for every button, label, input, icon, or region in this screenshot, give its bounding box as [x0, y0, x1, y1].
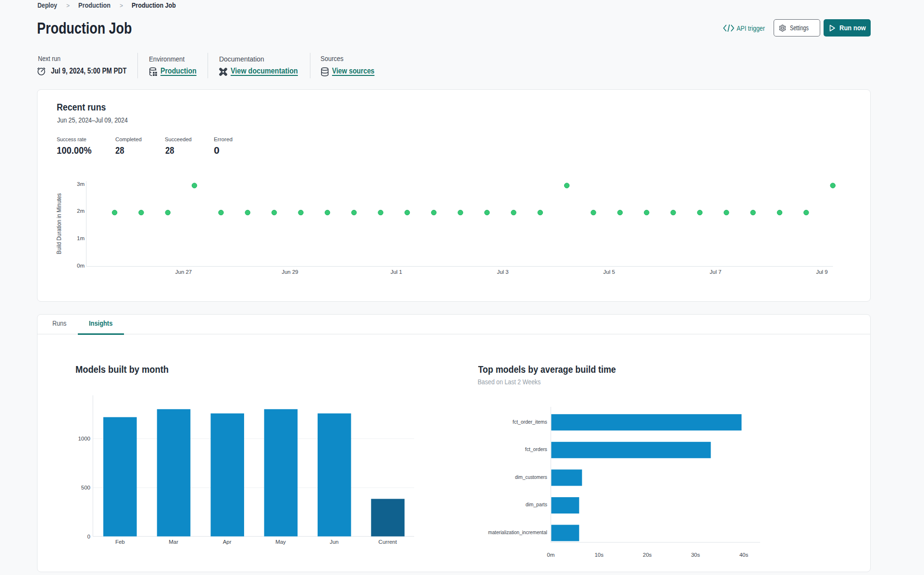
svg-text:500: 500: [81, 485, 90, 490]
svg-text:20s: 20s: [643, 552, 652, 558]
svg-text:30s: 30s: [691, 552, 700, 558]
svg-text:May: May: [275, 539, 286, 545]
svg-text:Feb: Feb: [115, 539, 125, 545]
svg-text:Current: Current: [379, 539, 397, 545]
svg-text:2m: 2m: [77, 208, 85, 214]
svg-text:40s: 40s: [739, 552, 749, 558]
svg-text:Jul 7: Jul 7: [710, 269, 721, 275]
svg-text:Jul 5: Jul 5: [604, 269, 615, 275]
svg-text:1m: 1m: [77, 235, 85, 241]
svg-text:Jul 3: Jul 3: [497, 269, 508, 275]
svg-text:Apr: Apr: [223, 539, 232, 545]
svg-text:Mar: Mar: [169, 539, 178, 545]
svg-text:Jul 9: Jul 9: [816, 269, 827, 275]
svg-text:Jun 27: Jun 27: [175, 269, 192, 275]
svg-text:Jul 1: Jul 1: [391, 269, 402, 275]
svg-text:dim_parts: dim_parts: [526, 502, 547, 507]
svg-text:1000: 1000: [78, 436, 90, 441]
svg-text:Jun: Jun: [330, 539, 339, 545]
svg-text:3m: 3m: [77, 181, 85, 187]
svg-text:Build Duration in Minutes: Build Duration in Minutes: [55, 193, 62, 254]
svg-text:fct_orders: fct_orders: [525, 446, 547, 452]
svg-text:0m: 0m: [77, 263, 85, 269]
svg-text:dim_customers: dim_customers: [515, 474, 547, 480]
svg-text:materialization_incremental: materialization_incremental: [488, 529, 547, 535]
svg-text:Jun 29: Jun 29: [282, 269, 298, 275]
svg-text:0: 0: [87, 534, 90, 539]
svg-text:10s: 10s: [594, 552, 604, 558]
svg-text:0m: 0m: [547, 552, 554, 558]
svg-text:fct_order_items: fct_order_items: [513, 419, 547, 425]
